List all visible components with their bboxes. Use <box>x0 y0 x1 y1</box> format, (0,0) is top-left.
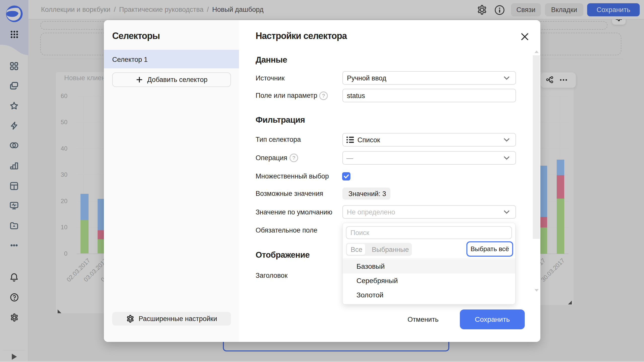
svg-text:?: ? <box>292 155 295 161</box>
svg-text:?: ? <box>322 93 325 99</box>
